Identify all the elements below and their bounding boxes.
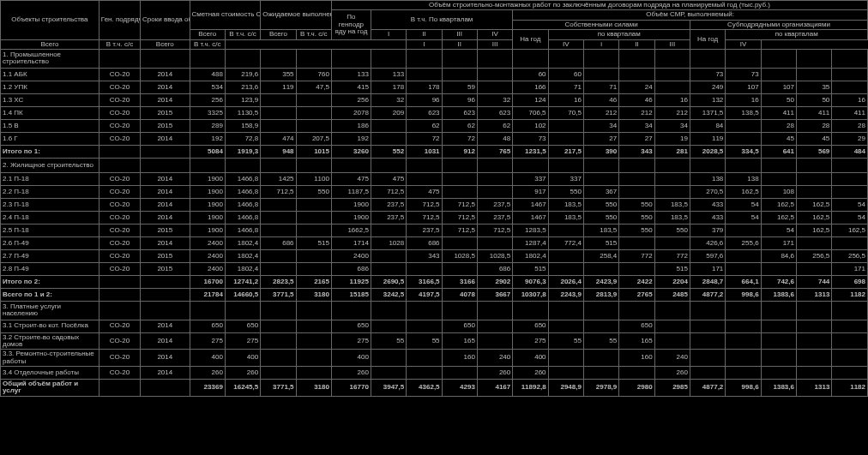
cell <box>141 275 190 288</box>
cell <box>442 262 477 275</box>
cell: 623 <box>477 106 512 119</box>
cell: 2028,5 <box>690 145 725 158</box>
cell: 207,5 <box>296 132 331 145</box>
cell: 1028,5 <box>442 249 477 262</box>
cell: 2848,7 <box>690 275 725 288</box>
cell <box>619 236 654 249</box>
section-2: 2. Жилищное строительство <box>1 158 99 172</box>
cell: 3.4 Отделочные работы <box>1 367 99 380</box>
cell: 138 <box>726 172 761 185</box>
cell: 209 <box>371 106 406 119</box>
cell: 48 <box>477 132 512 145</box>
cell: 3771,5 <box>261 380 296 397</box>
cell: 474 <box>261 132 296 145</box>
cell <box>442 49 477 68</box>
col-nagod2: На год <box>690 30 725 50</box>
cell <box>407 350 442 367</box>
cell: 712,5 <box>477 224 512 236</box>
cell: 550 <box>619 224 654 236</box>
cell: 772 <box>654 249 690 262</box>
cell: 256 <box>190 93 225 106</box>
cell: 212 <box>654 106 690 119</box>
cell: 256,5 <box>796 249 831 262</box>
col-srok: Сроки ввода объектов в действие <box>141 1 190 40</box>
cell: 550 <box>296 185 331 198</box>
cell: 343 <box>407 249 442 262</box>
cell: 2078 <box>331 106 371 119</box>
cell: 55 <box>548 332 583 350</box>
cell: 50 <box>761 93 796 106</box>
cell <box>619 172 654 185</box>
cell <box>726 119 761 132</box>
cell: 237,5 <box>371 211 406 224</box>
cell: 1371,5 <box>690 106 725 119</box>
cell: 2014 <box>141 367 190 380</box>
cell: 367 <box>583 185 618 198</box>
cell: 712,5 <box>442 211 477 224</box>
cell: 16700 <box>190 275 225 288</box>
cell: 260 <box>190 367 225 380</box>
cell: 433 <box>690 198 725 211</box>
cell: 2.4 П-18 <box>1 211 99 224</box>
cell: 3.3. Ремонтно-строительные работы <box>1 350 99 367</box>
cell <box>726 224 761 236</box>
cell: 550 <box>619 198 654 211</box>
cell <box>761 332 796 350</box>
cell: 27 <box>583 132 618 145</box>
cell <box>296 332 331 350</box>
cell: 2165 <box>296 275 331 288</box>
cell <box>726 350 761 367</box>
cell: 623 <box>407 106 442 119</box>
cell <box>371 320 406 332</box>
cell: 10307,8 <box>513 288 548 301</box>
cell: 9076,3 <box>513 275 548 288</box>
cell: 1187,5 <box>331 185 371 198</box>
cell <box>141 301 190 320</box>
cell: 260 <box>225 367 260 380</box>
cell <box>442 301 477 320</box>
cell <box>371 49 406 68</box>
cell: 1900 <box>190 185 225 198</box>
cell: 4078 <box>442 288 477 301</box>
cell: 650 <box>190 320 225 332</box>
cell <box>225 301 260 320</box>
cell <box>261 332 296 350</box>
cell: 219,6 <box>225 68 260 81</box>
cell: 132 <box>690 93 725 106</box>
cell: 1467 <box>513 198 548 211</box>
cell: 2902 <box>477 275 512 288</box>
cell: 2813,9 <box>583 288 618 301</box>
cell <box>442 158 477 172</box>
col-pokv2: по кварталам <box>726 30 868 39</box>
cell <box>407 301 442 320</box>
cell <box>796 49 831 68</box>
col-vsego2: Всего <box>261 30 296 39</box>
cell: 2014 <box>141 320 190 332</box>
cell: 21784 <box>190 288 225 301</box>
col-q1: I <box>371 30 406 39</box>
col-ozhid: Ожидаемое выполнение СМР на начало плано… <box>261 1 332 30</box>
cell: 1.1 АБК <box>1 68 99 81</box>
cell <box>832 332 868 350</box>
cell: 1283,5 <box>513 224 548 236</box>
table-row: 2.8 П-49СО-20201524001802,46866865155151… <box>1 262 868 275</box>
cell: 550 <box>619 211 654 224</box>
cell <box>796 68 831 81</box>
cell: 1466,8 <box>225 172 260 185</box>
cell: 400 <box>190 350 225 367</box>
cell: 2400 <box>190 262 225 275</box>
cell: 24 <box>619 81 654 93</box>
cell: 11925 <box>331 275 371 288</box>
cell <box>371 119 406 132</box>
cell: СО-20 <box>99 68 140 81</box>
cell <box>796 158 831 172</box>
cell: 1028 <box>371 236 406 249</box>
cell: 917 <box>513 185 548 198</box>
table-row: 1.5 ВСО-202015289158,9186626262102343434… <box>1 119 868 132</box>
cell: 484 <box>832 145 868 158</box>
cell: 5084 <box>190 145 225 158</box>
cell: 400 <box>513 350 548 367</box>
cell: 27 <box>619 132 654 145</box>
cell: 158,9 <box>225 119 260 132</box>
cell: 275 <box>331 332 371 350</box>
